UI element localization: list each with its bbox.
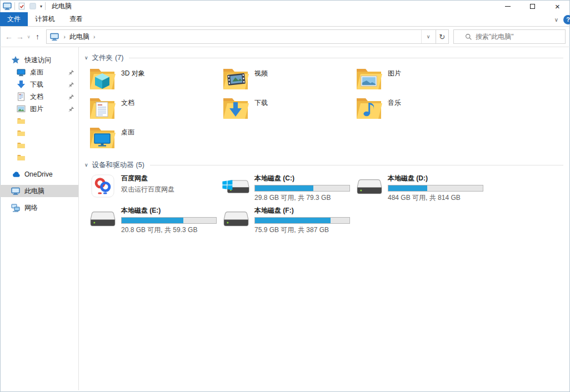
new-folder-icon[interactable]	[29, 2, 37, 10]
drive-usage-fill	[255, 185, 313, 191]
section-count: (5)	[136, 161, 144, 169]
folder-label: 3D 对象	[121, 66, 145, 96]
folder-label: 桌面	[121, 125, 134, 154]
sidebar-item-icon	[17, 153, 26, 162]
folder-tile[interactable]: 3D 对象	[89, 66, 222, 96]
collapse-chevron-icon: ∨	[84, 55, 88, 61]
drive-tile[interactable]: 本地磁盘 (D:) 484 GB 可用, 共 814 GB	[356, 173, 489, 205]
drive-name: 本地磁盘 (C:)	[254, 174, 350, 183]
folder-icon	[89, 66, 116, 91]
sidebar-item-icon	[11, 187, 20, 195]
folder-icon	[356, 66, 382, 91]
pin-icon	[68, 69, 74, 76]
forward-button[interactable]: →	[14, 32, 26, 41]
ribbon-tab[interactable]: 查看	[62, 12, 90, 26]
drive-icon	[356, 177, 383, 197]
window-title: 此电脑	[52, 2, 72, 11]
sidebar: 快速访问 桌面 下载 文档 图片	[0, 47, 79, 390]
drive-name: 本地磁盘 (D:)	[388, 174, 483, 183]
search-icon	[465, 33, 472, 41]
address-dropdown-icon[interactable]: ∨	[421, 30, 436, 43]
pin-icon	[68, 106, 74, 112]
back-button[interactable]: ←	[3, 32, 14, 41]
expand-ribbon-icon[interactable]: ∨	[554, 17, 558, 23]
drive-name: 本地磁盘 (E:)	[121, 206, 217, 215]
sidebar-item[interactable]: 桌面	[0, 66, 78, 78]
sidebar-item[interactable]	[0, 152, 78, 164]
sidebar-item[interactable]: 图片	[0, 103, 78, 115]
pin-icon	[68, 94, 74, 100]
sidebar-item[interactable]	[0, 115, 78, 127]
sidebar-item-icon	[17, 104, 26, 113]
search-input[interactable]	[476, 33, 562, 41]
refresh-button[interactable]: ↻	[436, 29, 449, 44]
breadcrumb[interactable]: 此电脑	[68, 32, 91, 42]
folders-section-header[interactable]: ∨ 文件夹 (7)	[84, 53, 563, 63]
breadcrumb-separator-icon: ›	[91, 34, 98, 40]
customize-toolbar-dropdown-icon[interactable]: ▾	[40, 4, 42, 9]
ribbon-tab[interactable]: 计算机	[28, 12, 62, 26]
sidebar-item-icon	[11, 56, 20, 64]
sidebar-item[interactable]: 快速访问	[0, 54, 78, 66]
sidebar-item[interactable]: 网络	[0, 202, 78, 214]
folder-label: 下载	[254, 96, 268, 125]
sidebar-item-label: 桌面	[30, 68, 43, 77]
close-button[interactable]: ×	[545, 0, 570, 12]
drive-usage-bar	[121, 217, 217, 224]
folder-tile[interactable]: 文档	[89, 96, 222, 125]
drive-usage-fill	[122, 218, 183, 223]
sidebar-item-label: 快速访问	[24, 56, 51, 65]
folder-label: 图片	[388, 66, 401, 96]
drive-icon	[222, 209, 250, 229]
drive-capacity: 20.8 GB 可用, 共 59.3 GB	[121, 225, 217, 235]
sidebar-item-label: 此电脑	[24, 187, 44, 196]
ribbon-tab[interactable]: 文件	[0, 12, 28, 26]
recent-locations-icon[interactable]: ∨	[26, 34, 32, 39]
sidebar-item-icon	[17, 129, 26, 138]
folder-label: 音乐	[388, 96, 401, 125]
file-list-area: ∨ 文件夹 (7) 3D 对象 视频 图片	[79, 47, 570, 390]
drive-tile[interactable]: 本地磁盘 (C:) 29.8 GB 可用, 共 79.3 GB	[222, 173, 356, 205]
minimize-button[interactable]	[495, 0, 520, 12]
title-bar: ▾ 此电脑 ×	[0, 0, 570, 12]
sidebar-item-icon	[17, 68, 26, 77]
sidebar-item[interactable]: 文档	[0, 91, 78, 103]
drive-usage-bar	[254, 217, 350, 224]
sidebar-item-label: 文档	[30, 92, 43, 102]
sidebar-item[interactable]	[0, 139, 78, 152]
folder-icon	[89, 125, 116, 149]
drive-icon	[222, 177, 250, 197]
drive-name: 百度网盘	[121, 174, 174, 183]
sidebar-item-label: 网络	[24, 203, 38, 213]
ribbon-tab-label: 查看	[69, 14, 83, 24]
quick-access-toolbar: ▾	[18, 2, 42, 10]
address-bar[interactable]: › 此电脑 › ∨	[46, 29, 436, 44]
folder-icon	[89, 96, 116, 120]
sidebar-item[interactable]	[0, 127, 78, 139]
help-button[interactable]: ?	[563, 15, 570, 24]
folder-tile[interactable]: 视频	[222, 66, 356, 96]
search-box	[453, 29, 566, 44]
window-controls: ×	[495, 0, 570, 12]
drive-tile[interactable]: 本地磁盘 (F:) 75.9 GB 可用, 共 387 GB	[222, 205, 356, 238]
drive-tile[interactable]: 百度网盘 双击运行百度网盘	[89, 173, 222, 205]
sidebar-item-label: 图片	[30, 104, 43, 114]
sidebar-item[interactable]: 下载	[0, 78, 78, 91]
up-button[interactable]: ↑	[32, 32, 43, 41]
drive-usage-fill	[255, 218, 331, 223]
drive-usage-fill	[388, 185, 427, 191]
folder-tile[interactable]: 下载	[222, 96, 356, 125]
folder-tile[interactable]: 图片	[356, 66, 489, 96]
sidebar-item[interactable]: 此电脑	[0, 185, 78, 197]
folder-tile[interactable]: 桌面	[89, 125, 222, 154]
minimize-icon	[505, 6, 511, 7]
drives-section-header[interactable]: ∨ 设备和驱动器 (5)	[84, 160, 563, 170]
folder-tile[interactable]: 音乐	[356, 96, 489, 125]
properties-icon[interactable]	[18, 2, 26, 10]
sidebar-item-icon	[11, 170, 20, 179]
drive-tile[interactable]: 本地磁盘 (E:) 20.8 GB 可用, 共 59.3 GB	[89, 205, 222, 238]
maximize-button[interactable]	[520, 0, 545, 12]
this-pc-icon	[50, 32, 59, 41]
sidebar-item[interactable]: OneDrive	[0, 168, 78, 180]
divider	[45, 2, 46, 10]
